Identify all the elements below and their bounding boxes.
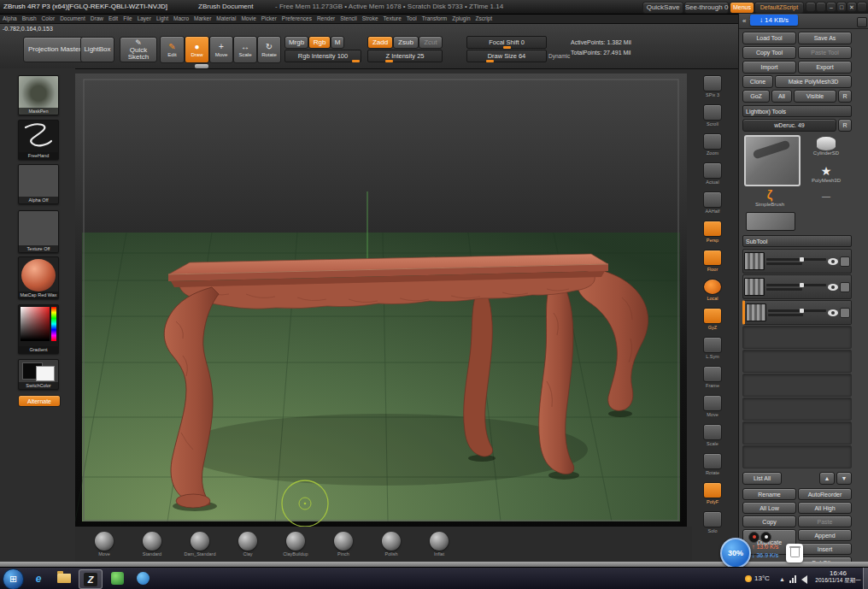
weather-tray-item[interactable]: 13°C (745, 574, 770, 582)
color-picker[interactable]: Gradient (18, 304, 59, 354)
clock[interactable]: 16:46 2016/11/14 星期一 (813, 569, 863, 585)
paintbrush-icon[interactable] (840, 256, 850, 267)
cleaner-float-icon[interactable] (786, 544, 803, 562)
panel-tray-icon[interactable] (857, 17, 867, 27)
tool-slot-cylinder[interactable]: CylinderSD (807, 137, 845, 156)
tool-slot-polymesh[interactable]: ★ PolyMesh3D (807, 164, 845, 183)
tool-slot-thumbnail[interactable] (746, 212, 795, 231)
subtool-empty-slot[interactable] (742, 445, 852, 468)
secondary-color-swatch[interactable] (36, 366, 55, 381)
subtool-slider2[interactable] (768, 314, 803, 316)
lightbox-tools-header[interactable]: Lightbox) Tools (742, 105, 852, 117)
viewport-3d[interactable] (75, 74, 687, 527)
menu-brush[interactable]: Brush (22, 15, 37, 23)
subtool-up-icon[interactable]: ▲ (819, 472, 835, 485)
subtool-empty-slot[interactable] (742, 421, 852, 445)
see-through-slider[interactable]: See-through 0 (684, 2, 729, 14)
menu-zscript[interactable]: Zscript (476, 15, 493, 23)
goz-r-button[interactable]: R (838, 90, 852, 103)
right-shelf-aahalf[interactable]: AAHalf (701, 191, 724, 221)
clone-button[interactable]: Clone (742, 75, 773, 88)
taskbar-ie-icon[interactable]: e (27, 569, 50, 587)
m-button[interactable]: M (331, 36, 344, 49)
hue-strip[interactable] (51, 307, 56, 341)
import-button[interactable]: Import (742, 61, 796, 74)
paste-button[interactable]: Paste (798, 515, 852, 527)
quick-brush-pinch[interactable]: Pinch (320, 532, 367, 557)
menu-color[interactable]: Color (42, 15, 56, 23)
eye-icon[interactable] (828, 258, 838, 265)
mrgb-button[interactable]: Mrgb (284, 36, 308, 49)
menu-preferences[interactable]: Preferences (282, 15, 312, 23)
append-button[interactable]: Append (798, 529, 852, 541)
volume-tray-icon[interactable] (801, 575, 807, 584)
quick-brush-polish[interactable]: Polish (367, 532, 415, 557)
subtool-empty-slot[interactable] (742, 350, 852, 373)
menu-movie[interactable]: Movie (241, 15, 255, 23)
lightbox-button[interactable]: LightBox (80, 37, 114, 62)
subtool-slider2[interactable] (766, 262, 802, 265)
goz-visible-button[interactable]: Visible (794, 90, 836, 103)
right-shelf-scale[interactable]: Scale (701, 424, 724, 453)
subtool-item-2[interactable] (742, 274, 852, 299)
minimize-icon[interactable]: – (826, 2, 836, 12)
alternate-button[interactable]: Alternate (18, 395, 61, 407)
menu-render[interactable]: Render (317, 15, 335, 23)
draw-mode-button[interactable]: ● Draw (185, 36, 209, 63)
menu-stencil[interactable]: Stencil (340, 15, 357, 23)
paste-tool-button[interactable]: Paste Tool (798, 46, 852, 59)
tool-slot-simplebrush[interactable]: ζ SimpleBrush (744, 188, 795, 207)
dynamic-label[interactable]: Dynamic (548, 53, 570, 59)
collapse-panel-icon[interactable]: « (742, 17, 746, 25)
copy-tool-button[interactable]: Copy Tool (742, 46, 796, 59)
subtool-thumbnail[interactable] (744, 252, 765, 270)
menu-transform[interactable]: Transform (422, 15, 447, 23)
restore-icon[interactable]: □ (836, 2, 847, 12)
menu-material[interactable]: Material (216, 15, 236, 23)
subtool-slider[interactable] (766, 258, 826, 261)
quick-brush-move[interactable]: Move (80, 532, 128, 557)
titlebar-help-icon[interactable] (857, 2, 867, 12)
menus-button[interactable]: Menus (730, 2, 754, 14)
menu-macro[interactable]: Macro (173, 15, 189, 23)
subtool-thumbnail[interactable] (744, 278, 765, 296)
menu-zplugin[interactable]: Zplugin (452, 15, 470, 23)
taskbar-zbrush-icon-active[interactable]: Z (79, 569, 103, 589)
eye-icon[interactable] (828, 309, 838, 316)
titlebar-extra-icon[interactable] (806, 2, 816, 12)
edit-mode-button[interactable]: ✎ Edit (160, 36, 185, 63)
goz-all-button[interactable]: All (771, 90, 792, 103)
paintbrush-icon[interactable] (840, 282, 850, 292)
tray-expand-icon[interactable]: ▲ (779, 576, 785, 582)
right-shelf-polyf[interactable]: PolyF (701, 482, 724, 511)
close-icon[interactable]: ✕ (847, 2, 857, 12)
zcut-button[interactable]: Zcut (419, 36, 443, 49)
document-canvas[interactable] (75, 74, 687, 527)
projection-master-button[interactable]: Projection Master (23, 37, 86, 62)
right-shelf-gyz[interactable]: GyZ (701, 308, 724, 337)
menu-layer[interactable]: Layer (138, 15, 151, 23)
switch-color[interactable]: SwitchColor (18, 359, 59, 390)
load-tool-button[interactable]: Load Tool (742, 32, 796, 44)
tool-name-slider[interactable]: wDeruc. 49 (742, 119, 836, 132)
titlebar-extra2-icon[interactable] (816, 2, 826, 12)
export-button[interactable]: Export (798, 61, 852, 74)
right-shelf-lsym[interactable]: L.Sym (701, 337, 724, 366)
tool-r-button[interactable]: R (838, 119, 852, 132)
right-shelf-zoom[interactable]: Zoom (701, 133, 724, 162)
quick-brush-inflat[interactable]: Inflat (415, 532, 463, 557)
show-desktop-button[interactable] (863, 568, 868, 589)
make-polymesh3d-button[interactable]: Make PolyMesh3D (775, 75, 852, 88)
taskbar-folder-icon[interactable] (53, 569, 75, 587)
insert-button[interactable]: Insert (798, 543, 852, 555)
tool-slot-empty[interactable]: — (807, 191, 845, 201)
menu-tool[interactable]: Tool (407, 15, 417, 23)
save-as-button[interactable]: Save As (798, 32, 852, 44)
right-shelf-persp[interactable]: Persp (701, 221, 724, 250)
menu-alpha[interactable]: Alpha (3, 15, 17, 23)
paintbrush-icon[interactable] (840, 308, 850, 318)
menu-marker[interactable]: Marker (194, 15, 211, 23)
list-all-button[interactable]: List All (742, 472, 782, 485)
subtool-empty-slot[interactable] (742, 374, 852, 397)
subtool-slider[interactable] (766, 284, 826, 286)
